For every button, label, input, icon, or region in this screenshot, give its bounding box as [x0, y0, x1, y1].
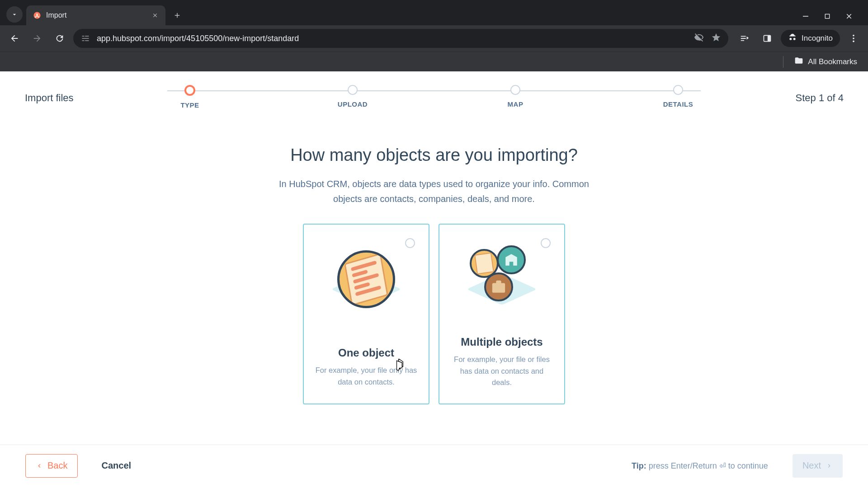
tab-strip: Import: [0, 0, 868, 25]
step-indicator-icon: [348, 85, 358, 95]
next-label: Next: [802, 460, 821, 471]
card-multiple-objects[interactable]: Multiple objects For example, your file …: [439, 224, 565, 404]
minimize-button[interactable]: [801, 12, 810, 21]
option-cards: One object For example, your file only h…: [303, 224, 565, 404]
card-title: One object: [338, 347, 394, 359]
step-label: MAP: [508, 100, 524, 108]
tip-bold: Tip:: [632, 461, 646, 470]
browser-toolbar: app.hubspot.com/import/45105500/new-impo…: [0, 25, 868, 52]
step-upload[interactable]: UPLOAD: [326, 85, 380, 117]
card-title: Multiple objects: [461, 336, 542, 348]
svg-rect-5: [803, 16, 808, 17]
card-description: For example, your file only has data on …: [312, 365, 420, 388]
tip-text: Tip: press Enter/Return ⏎ to continue: [632, 461, 768, 471]
svg-rect-6: [825, 14, 829, 18]
tab-title: Import: [46, 11, 146, 19]
kebab-menu-button[interactable]: [844, 29, 863, 47]
one-object-illustration: [330, 241, 402, 318]
chevron-right-icon: [826, 462, 833, 469]
step-label: TYPE: [180, 101, 199, 109]
svg-point-9: [853, 35, 854, 37]
contact-disc-icon: [337, 250, 395, 308]
window-controls: [801, 12, 863, 25]
svg-point-11: [853, 41, 854, 42]
next-button[interactable]: Next: [793, 454, 843, 478]
svg-point-10: [853, 38, 854, 39]
step-label: DETAILS: [663, 100, 693, 108]
back-button[interactable]: Back: [25, 454, 78, 478]
wizard-header: Import files Step 1 of 4 TYPE UPLOAD MAP…: [0, 71, 868, 121]
address-bar[interactable]: app.hubspot.com/import/45105500/new-impo…: [73, 29, 728, 48]
incognito-label: Incognito: [802, 34, 833, 43]
cancel-label: Cancel: [101, 460, 131, 471]
main-content: How many objects are you importing? In H…: [0, 121, 868, 404]
wizard-progress: TYPE UPLOAD MAP DETAILS: [163, 85, 705, 117]
incognito-icon: [788, 33, 797, 44]
eye-off-icon[interactable]: [694, 33, 704, 45]
back-button[interactable]: [5, 29, 24, 47]
radio-indicator[interactable]: [541, 238, 551, 248]
incognito-indicator[interactable]: Incognito: [781, 30, 840, 47]
card-description: For example, your file or files has data…: [448, 354, 556, 389]
divider: [783, 56, 783, 68]
tab-search-button[interactable]: [6, 6, 23, 23]
step-label: UPLOAD: [338, 100, 368, 108]
all-bookmarks-link[interactable]: All Bookmarks: [808, 57, 857, 66]
url-text: app.hubspot.com/import/45105500/new-impo…: [97, 34, 688, 43]
chevron-left-icon: [36, 462, 43, 469]
reload-button[interactable]: [51, 29, 69, 47]
hubspot-favicon-icon: [33, 11, 42, 20]
close-tab-button[interactable]: [151, 11, 159, 19]
company-mini-icon: [497, 245, 526, 274]
step-map[interactable]: MAP: [488, 85, 542, 117]
step-type[interactable]: TYPE: [163, 85, 217, 117]
multiple-objects-illustration: [466, 241, 538, 318]
step-details[interactable]: DETAILS: [651, 85, 705, 117]
step-indicator-icon: [510, 85, 520, 95]
wizard-step-counter: Step 1 of 4: [796, 92, 844, 104]
media-control-icon[interactable]: [736, 29, 754, 47]
side-panel-icon[interactable]: [758, 29, 776, 47]
svg-rect-8: [768, 35, 771, 41]
card-one-object[interactable]: One object For example, your file only h…: [303, 224, 429, 404]
new-tab-button[interactable]: [170, 8, 184, 23]
radio-indicator[interactable]: [405, 238, 415, 248]
maximize-button[interactable]: [823, 12, 832, 21]
bookmarks-bar: All Bookmarks: [0, 52, 868, 71]
browser-tab[interactable]: Import: [26, 5, 165, 25]
cancel-button[interactable]: Cancel: [91, 454, 141, 478]
wizard-section-title: Import files: [25, 92, 74, 104]
bookmark-star-icon[interactable]: [711, 33, 721, 45]
tip-rest: press Enter/Return ⏎ to continue: [646, 461, 768, 470]
back-label: Back: [47, 460, 67, 471]
deal-mini-icon: [484, 272, 513, 301]
page-subheading: In HubSpot CRM, objects are data types u…: [271, 177, 597, 206]
wizard-action-bar: Back Cancel Tip: press Enter/Return ⏎ to…: [0, 445, 868, 486]
browser-chrome: Import app.hubspot.com/import/45105500/n…: [0, 0, 868, 71]
page-content: Import files Step 1 of 4 TYPE UPLOAD MAP…: [0, 71, 868, 486]
forward-button[interactable]: [28, 29, 46, 47]
folder-icon: [794, 56, 803, 67]
page-heading: How many objects are you importing?: [290, 145, 578, 165]
progress-line: [167, 90, 701, 91]
step-indicator-icon: [184, 85, 195, 96]
close-window-button[interactable]: [844, 12, 854, 21]
step-indicator-icon: [673, 85, 683, 95]
site-settings-icon[interactable]: [80, 33, 90, 43]
